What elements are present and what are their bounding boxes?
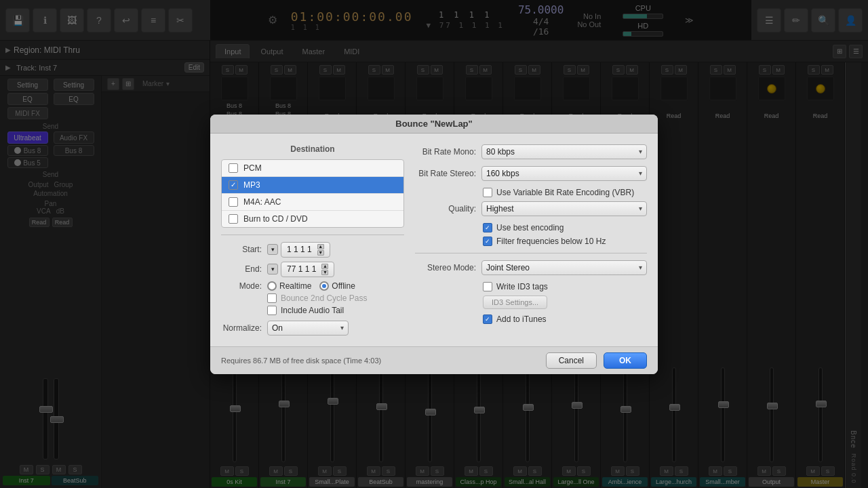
end-arrow-btn[interactable]: ▾	[267, 264, 278, 274]
modal-body: Destination PCM MP3 M4A: AAC	[210, 134, 658, 346]
quality-select[interactable]: Highest	[481, 201, 647, 216]
start-label: Start:	[221, 245, 262, 254]
dest-pcm[interactable]: PCM	[222, 160, 403, 177]
normalize-row: Normalize: On	[221, 321, 404, 336]
id3-label: Write ID3 tags	[496, 282, 548, 291]
divider1	[221, 235, 404, 235]
bounce-modal: Bounce "NewLap" Destination PCM MP3	[210, 115, 658, 374]
end-up-btn[interactable]: ▲	[321, 264, 328, 269]
bounce-2nd-checkbox[interactable]	[267, 293, 277, 303]
itunes-checkbox[interactable]	[483, 314, 492, 324]
bit-rate-mono-label: Bit Rate Mono:	[415, 147, 476, 157]
disk-info: Requires 86.7 MB of free disk space (Tim…	[221, 357, 381, 365]
stereo-mode-select[interactable]: Joint Stereo	[481, 260, 647, 275]
destination-header: Destination	[221, 144, 404, 154]
vbr-checkbox[interactable]	[483, 188, 492, 197]
audio-tail-checkbox[interactable]	[267, 306, 277, 315]
start-down-btn[interactable]: ▼	[317, 250, 324, 256]
pcm-checkbox[interactable]	[229, 163, 238, 173]
start-arrow-btn[interactable]: ▾	[267, 244, 278, 255]
destination-list: PCM MP3 M4A: AAC Burn to CD / DVD	[221, 159, 404, 228]
itunes-label: Add to iTunes	[496, 314, 547, 324]
cancel-button[interactable]: Cancel	[546, 352, 597, 369]
vbr-row: Use Variable Bit Rate Encoding (VBR)	[483, 188, 647, 197]
stereo-mode-row: Stereo Mode: Joint Stereo	[415, 260, 647, 275]
start-val: 1 1 1 1 ▲ ▼	[281, 242, 330, 258]
modal-overlay: Bounce "NewLap" Destination PCM MP3	[0, 0, 868, 488]
end-label: End:	[221, 264, 262, 274]
bit-rate-mono-select[interactable]: 80 kbps	[481, 144, 647, 159]
offline-opt[interactable]: Offline	[319, 281, 355, 291]
start-up-btn[interactable]: ▲	[317, 244, 324, 249]
mode-label: Mode:	[221, 281, 262, 291]
modal-footer: Requires 86.7 MB of free disk space (Tim…	[210, 346, 658, 374]
dest-m4a[interactable]: M4A: AAC	[222, 194, 403, 211]
add-itunes-row: Add to iTunes	[483, 314, 647, 324]
end-val: 77 1 1 1 ▲ ▼	[281, 262, 334, 277]
realtime-opt[interactable]: Realtime	[267, 281, 311, 291]
quality-label: Quality:	[415, 204, 476, 214]
modal-left-col: Destination PCM MP3 M4A: AAC	[221, 144, 404, 336]
quality-val: Highest	[486, 204, 514, 214]
m4a-label: M4A: AAC	[243, 197, 281, 207]
stereo-mode-label: Stereo Mode:	[415, 263, 476, 272]
offline-label: Offline	[332, 281, 355, 291]
bit-rate-stereo-row: Bit Rate Stereo: 160 kbps	[415, 166, 647, 181]
pcm-label: PCM	[243, 163, 262, 173]
best-encoding-row: Use best encoding	[483, 223, 647, 232]
start-row: Start: ▾ 1 1 1 1 ▲ ▼	[221, 242, 404, 258]
realtime-radio[interactable]	[267, 281, 277, 291]
dest-burn[interactable]: Burn to CD / DVD	[222, 211, 403, 227]
ok-button[interactable]: OK	[604, 352, 647, 369]
vbr-label: Use Variable Bit Rate Encoding (VBR)	[496, 188, 634, 197]
bounce-2nd-label: Bounce 2nd Cycle Pass	[281, 293, 367, 303]
id3-checkbox[interactable]	[483, 282, 492, 291]
m4a-checkbox[interactable]	[229, 197, 238, 207]
footer-buttons: Cancel OK	[546, 352, 647, 369]
best-encoding-checkbox[interactable]	[483, 223, 492, 232]
modal-right-col: Bit Rate Mono: 80 kbps Bit Rate Stereo: …	[415, 144, 647, 336]
bit-rate-stereo-select[interactable]: 160 kbps	[481, 166, 647, 181]
mp3-label: MP3	[243, 180, 260, 190]
offline-radio[interactable]	[319, 281, 329, 291]
quality-row: Quality: Highest	[415, 201, 647, 216]
normalize-select[interactable]: On	[267, 321, 349, 336]
id3-settings-btn[interactable]: ID3 Settings...	[483, 296, 547, 309]
include-audio-tail-row: Include Audio Tail	[267, 306, 404, 315]
best-encoding-label: Use best encoding	[496, 223, 564, 232]
mp3-checkbox[interactable]	[229, 180, 238, 190]
end-down-btn[interactable]: ▼	[321, 270, 328, 275]
id3-settings-container: ID3 Settings...	[483, 296, 647, 309]
bit-rate-stereo-label: Bit Rate Stereo:	[415, 169, 476, 178]
filter-label: Filter frequencies below 10 Hz	[496, 237, 606, 246]
audio-tail-label: Include Audio Tail	[281, 306, 344, 315]
burn-label: Burn to CD / DVD	[243, 214, 308, 224]
normalize-label: Normalize:	[221, 323, 262, 333]
filter-checkbox[interactable]	[483, 237, 492, 246]
filter-row: Filter frequencies below 10 Hz	[483, 237, 647, 246]
burn-checkbox[interactable]	[229, 214, 238, 224]
bounce-2nd-row: Bounce 2nd Cycle Pass	[267, 293, 404, 303]
bit-rate-mono-row: Bit Rate Mono: 80 kbps	[415, 144, 647, 159]
divider2	[415, 253, 647, 253]
mode-row: Mode: Realtime Offline	[221, 281, 404, 291]
bit-rate-mono-val: 80 kbps	[486, 147, 515, 157]
normalize-val: On	[272, 323, 283, 333]
realtime-label: Realtime	[279, 281, 311, 291]
dest-mp3[interactable]: MP3	[222, 177, 403, 194]
modal-title: Bounce "NewLap"	[210, 115, 658, 134]
bit-rate-stereo-val: 160 kbps	[486, 169, 519, 178]
stereo-mode-val: Joint Stereo	[486, 263, 530, 272]
id3-row: Write ID3 tags	[483, 282, 647, 291]
end-row: End: ▾ 77 1 1 1 ▲ ▼	[221, 262, 404, 277]
